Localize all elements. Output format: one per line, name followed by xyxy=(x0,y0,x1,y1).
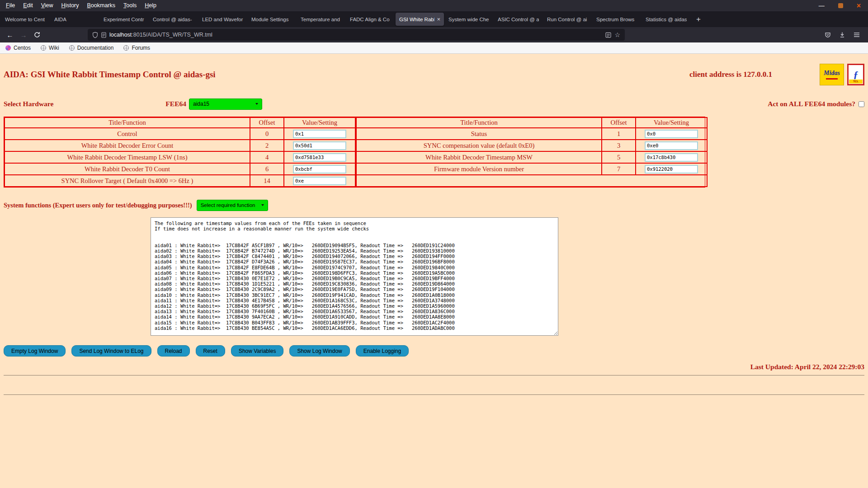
system-functions-selected-value: Select required function xyxy=(201,202,255,208)
reload-button[interactable] xyxy=(31,29,43,41)
reload-button[interactable]: Reload xyxy=(157,345,190,357)
empty-log-window-button[interactable]: Empty Log Window xyxy=(4,345,66,357)
register-value-input[interactable] xyxy=(645,130,698,138)
back-button[interactable]: ← xyxy=(4,29,16,41)
menu-history[interactable]: History xyxy=(57,0,83,11)
register-value-cell xyxy=(284,175,355,187)
system-functions-label: System functions (Expert users only for … xyxy=(4,202,192,209)
menu-bookmarks[interactable]: Bookmarks xyxy=(83,0,120,11)
browser-tab[interactable]: Temperature and xyxy=(297,13,345,26)
browser-tab[interactable]: FADC Align & Co xyxy=(346,13,395,26)
fee64-select[interactable]: aida15 xyxy=(189,99,262,110)
enable-logging-button[interactable]: Enable Logging xyxy=(356,345,409,357)
register-row: White Rabbit Decoder T0 Count6 xyxy=(5,163,355,175)
column-header-value: Value/Setting xyxy=(284,117,355,128)
column-header-value: Value/Setting xyxy=(636,117,707,128)
bookmark-documentation[interactable]: Documentation xyxy=(69,45,114,51)
browser-tab[interactable]: GSI White Rabb× xyxy=(396,13,444,26)
new-tab-button[interactable]: + xyxy=(691,15,706,24)
register-row: SYNC Rollover Target ( Default 0x4000 =>… xyxy=(5,175,355,187)
register-title: White Rabbit Decoder T0 Count xyxy=(5,163,250,175)
show-variables-button[interactable]: Show Variables xyxy=(231,345,284,357)
menu-help[interactable]: Help xyxy=(141,0,160,11)
browser-tab[interactable]: System wide Che xyxy=(445,13,493,26)
menu-items: FileEditViewHistoryBookmarksToolsHelp xyxy=(0,0,160,11)
show-log-window-button[interactable]: Show Log Window xyxy=(289,345,349,357)
register-title: Control xyxy=(5,128,250,140)
register-title: White Rabbit Decoder Error Count xyxy=(5,140,250,151)
browser-tab[interactable]: Run Control @ ai xyxy=(543,13,592,26)
minimize-button[interactable]: — xyxy=(819,0,825,11)
register-value-input[interactable] xyxy=(645,165,698,174)
close-button[interactable]: × xyxy=(857,0,861,11)
reset-button[interactable]: Reset xyxy=(196,345,225,357)
tab-label: Spectrum Brows xyxy=(596,17,637,22)
browser-tab[interactable]: Control @ aidas- xyxy=(149,13,198,26)
register-offset: 1 xyxy=(602,128,636,140)
pocket-icon[interactable] xyxy=(825,32,831,38)
register-value-input[interactable] xyxy=(293,153,346,162)
browser-tab[interactable]: LED and Wavefor xyxy=(198,13,247,26)
browser-tab[interactable]: Experiment Contr xyxy=(100,13,148,26)
register-value-input[interactable] xyxy=(293,141,346,150)
tab-label: Module Settings xyxy=(251,17,292,22)
shield-icon[interactable] xyxy=(92,32,98,38)
page-info-icon[interactable] xyxy=(101,32,106,38)
register-value-cell xyxy=(636,163,707,175)
forward-button[interactable]: → xyxy=(17,29,30,41)
browser-tab[interactable]: Welcome to Cent xyxy=(1,13,50,26)
url-bar[interactable]: localhost:8015/AIDA/TS_WR/TS_WR.tml ☆ xyxy=(88,29,625,41)
select-hardware-label: Select Hardware xyxy=(4,100,53,108)
browser-tab[interactable]: ASIC Control @ a xyxy=(494,13,542,26)
bookmark-centos[interactable]: Centos xyxy=(5,45,31,51)
register-row-empty xyxy=(356,175,707,187)
maximize-button[interactable] xyxy=(838,3,843,8)
hamburger-menu-icon[interactable] xyxy=(854,32,860,38)
browser-tab[interactable]: Module Settings xyxy=(248,13,296,26)
bookmark-label: Wiki xyxy=(49,45,59,51)
register-value-input[interactable] xyxy=(645,153,698,162)
menu-file[interactable]: File xyxy=(2,0,19,11)
register-row: SYNC compensation value (default 0xE0)3 xyxy=(356,140,707,151)
register-offset: 2 xyxy=(250,140,284,151)
register-value-cell xyxy=(284,140,355,151)
centos-icon xyxy=(5,45,11,51)
tab-close-icon[interactable]: × xyxy=(437,16,440,23)
act-on-all-label: Act on ALL FEE64 modules? xyxy=(768,100,855,108)
menu-view[interactable]: View xyxy=(37,0,57,11)
act-on-all-group: Act on ALL FEE64 modules? xyxy=(768,100,864,108)
downloads-icon[interactable] xyxy=(839,32,845,38)
register-row: Control0 xyxy=(5,128,355,140)
browser-tab[interactable]: AIDA xyxy=(51,13,99,26)
menu-bar: FileEditViewHistoryBookmarksToolsHelp — … xyxy=(0,0,868,11)
bookmark-star-icon[interactable]: ☆ xyxy=(614,31,620,38)
browser-tab[interactable]: Spectrum Brows xyxy=(593,13,641,26)
page-header: AIDA: GSI White Rabbit Timestamp Control… xyxy=(4,54,864,88)
browser-tab[interactable]: Statistics @ aidas xyxy=(642,13,690,26)
register-value-input[interactable] xyxy=(293,177,346,185)
send-log-window-to-elog-button[interactable]: Send Log Window to ELog xyxy=(71,345,151,357)
reader-view-icon[interactable] xyxy=(605,32,611,38)
register-value-input[interactable] xyxy=(293,130,346,138)
tab-label: Control @ aidas- xyxy=(153,17,194,22)
menu-tools[interactable]: Tools xyxy=(119,0,141,11)
register-title: White Rabbit Decoder Timestamp MSW xyxy=(356,151,602,163)
fee64-selected-value: aida15 xyxy=(193,101,209,107)
menu-edit[interactable]: Edit xyxy=(19,0,37,11)
register-title: SYNC compensation value (default 0xE0) xyxy=(356,140,602,151)
system-functions-select[interactable]: Select required function xyxy=(197,200,269,211)
fee64-label: FEE64 xyxy=(165,100,186,108)
empty-cell xyxy=(356,175,707,187)
bookmark-wiki[interactable]: Wiki xyxy=(41,45,59,51)
client-address: client address is 127.0.0.1 xyxy=(689,70,772,79)
register-value-input[interactable] xyxy=(293,165,346,174)
registers-table-right: Title/Function Offset Value/Setting Stat… xyxy=(356,117,708,187)
midas-logo-text: Midas xyxy=(824,70,840,77)
tab-label: Run Control @ ai xyxy=(547,17,588,22)
bookmark-label: Documentation xyxy=(77,45,114,51)
register-value-input[interactable] xyxy=(645,141,698,150)
bookmark-forums[interactable]: Forums xyxy=(123,45,150,51)
registers-left-body: Control0White Rabbit Decoder Error Count… xyxy=(5,128,355,187)
act-on-all-checkbox[interactable] xyxy=(859,101,864,107)
log-textarea[interactable] xyxy=(151,217,558,336)
